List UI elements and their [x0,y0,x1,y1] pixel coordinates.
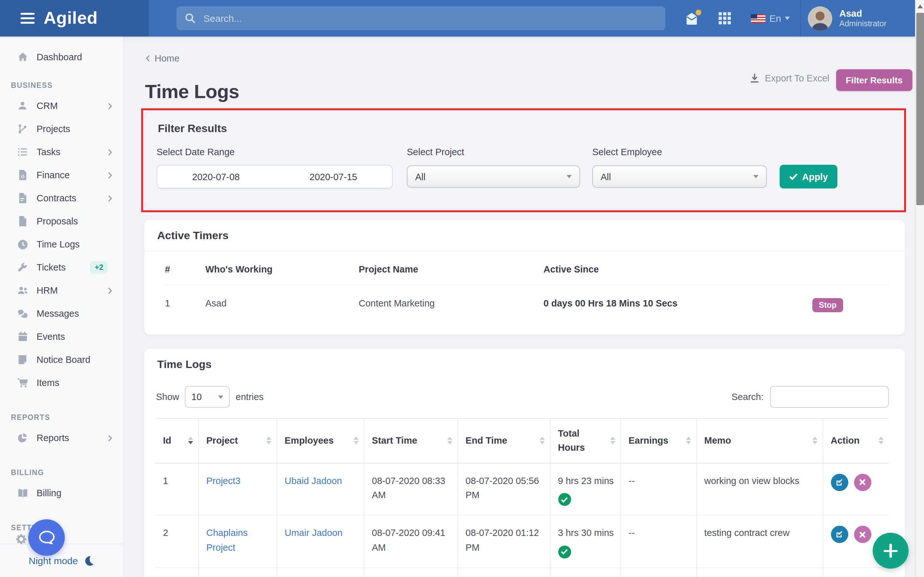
add-time-log-button[interactable] [873,533,909,569]
employee-link[interactable]: Umair Jadoon [284,528,342,538]
top-navbar: Agiled En Asad Administrator [0,0,924,37]
breadcrumb-home[interactable]: Home [155,53,179,63]
user-icon [17,101,28,111]
app-window: Agiled En Asad Administrator [0,0,924,577]
user-menu[interactable]: Asad Administrator [808,0,887,37]
sidebar-item-tickets[interactable]: Tickets +2 [0,256,123,279]
sort-icon[interactable] [188,437,193,445]
filter-results-button[interactable]: Filter Results [836,69,912,91]
sidebar-item-reports[interactable]: Reports [0,426,123,450]
sidebar-item-proposals[interactable]: Proposals [0,210,123,233]
stop-timer-button[interactable]: Stop [813,298,843,312]
app-logo[interactable]: Agiled [44,8,98,28]
cell-earnings: -- [620,463,696,516]
column-header-end-time[interactable]: End Time [457,418,550,463]
git-branch-icon [17,124,28,134]
notice-board-icon [17,355,28,364]
edit-icon [835,530,843,539]
sidebar-item-hrm[interactable]: HRM [0,279,123,302]
sidebar-item-dashboard[interactable]: Dashboard [0,45,123,69]
delete-button[interactable] [854,526,871,543]
column-header-start-time[interactable]: Start Time [364,418,457,463]
night-mode-toggle[interactable]: Night mode [0,544,123,577]
sort-icon[interactable] [610,437,615,445]
sidebar-item-projects[interactable]: Projects [0,117,123,140]
sidebar-item-billing[interactable]: Billing [0,482,123,504]
page-size-select[interactable]: 10 [185,386,230,408]
table-row: 2 Chaplains Project Umair Jadoon 08-07-2… [155,516,889,568]
delete-button[interactable] [854,474,871,491]
sidebar-item-messages[interactable]: Messages [0,302,123,325]
wrench-icon [17,262,28,272]
sidebar-item-crm[interactable]: CRM [0,94,123,117]
vertical-scrollbar[interactable] [915,0,924,577]
chevron-down-icon [218,395,224,398]
employee-link[interactable]: Ubaid Jadoon [284,476,342,486]
column-header-total-hours[interactable]: Total Hours [550,418,620,463]
date-range-input[interactable]: 2020-07-08 2020-07-15 [157,165,393,189]
column-header-earnings[interactable]: Earnings [620,418,696,463]
project-select[interactable]: All [407,165,580,188]
breadcrumb[interactable]: Home [145,53,179,63]
scroll-up-arrow-icon[interactable] [918,5,923,8]
cell-earnings: -- [620,568,696,577]
edit-icon [835,478,843,487]
sort-icon[interactable] [812,437,817,445]
apply-button[interactable]: Apply [780,165,838,189]
sort-icon[interactable] [686,437,691,445]
column-header-id[interactable]: Id [155,418,198,463]
sort-icon[interactable] [447,437,452,445]
entries-label: entries [236,392,264,402]
gear-icon[interactable] [15,533,27,548]
date-to-value[interactable]: 2020-07-15 [275,171,392,182]
clock-icon [17,239,28,250]
approved-check-icon [558,546,571,558]
sort-icon[interactable] [266,437,271,445]
edit-button[interactable] [830,526,848,543]
column-header-memo[interactable]: Memo [696,418,822,463]
scrollbar-thumb[interactable] [916,13,924,205]
calendar-icon [17,332,28,342]
avatar [808,6,832,31]
employee-select[interactable]: All [592,165,767,188]
live-chat-button[interactable] [28,519,65,556]
sort-icon[interactable] [879,437,884,445]
cell-start-time: 08-07-2020 10:10 AM [364,568,457,577]
column-header-action[interactable]: Action [822,418,889,463]
close-icon [859,479,866,486]
cell-id: 3 [155,568,198,577]
edit-button[interactable] [830,474,848,491]
sidebar-section-business: BUSINESS [0,76,123,94]
grid-icon [719,12,731,24]
cell-start-time: 08-07-2020 09:41 AM [364,516,457,568]
sidebar-item-notice-board[interactable]: Notice Board [0,348,123,371]
messages-nav-button[interactable] [684,0,699,37]
column-header-project[interactable]: Project [198,418,276,463]
export-to-excel-button[interactable]: Export To Excel [750,73,829,83]
book-icon [17,488,28,498]
sidebar-item-events[interactable]: Events [0,325,123,348]
apps-grid-button[interactable] [719,0,731,37]
sidebar: Dashboard BUSINESS CRM Projects Tasks Fi… [0,37,124,577]
cart-icon [17,378,28,388]
user-role: Administrator [839,19,887,29]
sidebar-item-items[interactable]: Items [0,371,123,394]
cell-total-hours: 3 hrs 30 mins [550,516,620,568]
project-link[interactable]: Chaplains Project [206,528,248,553]
sort-icon[interactable] [540,437,544,445]
language-selector[interactable]: En [751,0,790,37]
sidebar-item-tasks[interactable]: Tasks [0,140,123,163]
search-input[interactable] [202,12,666,24]
table-search-input[interactable] [770,386,889,408]
search-icon [185,13,196,24]
sort-icon[interactable] [353,437,359,445]
download-icon [750,73,760,83]
column-header-employees[interactable]: Employees [276,418,364,463]
project-link[interactable]: Project3 [206,476,240,486]
sidebar-item-time-logs[interactable]: Time Logs [0,233,123,256]
hamburger-menu-icon[interactable] [21,13,35,24]
sidebar-item-contracts[interactable]: Contracts [0,187,123,210]
sidebar-item-finance[interactable]: Finance [0,163,123,187]
date-from-value[interactable]: 2020-07-08 [157,171,275,182]
column-header: Project Name [359,251,543,285]
